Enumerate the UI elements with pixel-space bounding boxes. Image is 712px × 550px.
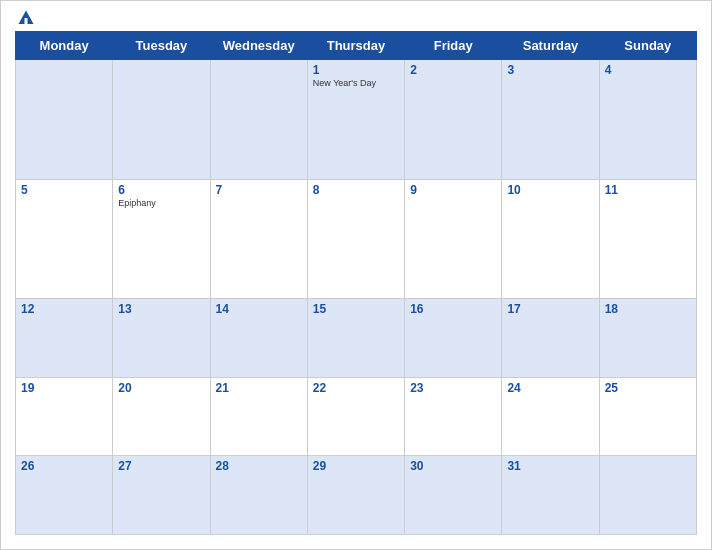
col-saturday: Saturday: [502, 32, 599, 60]
calendar-week-3: 12131415161718: [16, 299, 697, 378]
day-number: 16: [410, 302, 496, 316]
calendar-cell: 26: [16, 456, 113, 535]
calendar-cell: 17: [502, 299, 599, 378]
day-number: 27: [118, 459, 204, 473]
svg-rect-1: [25, 18, 28, 24]
col-monday: Monday: [16, 32, 113, 60]
calendar-cell: 25: [599, 377, 696, 456]
calendar-table: Monday Tuesday Wednesday Thursday Friday…: [15, 31, 697, 535]
calendar-cell: 13: [113, 299, 210, 378]
calendar-cell: 11: [599, 179, 696, 299]
day-number: 22: [313, 381, 399, 395]
calendar-cell: 5: [16, 179, 113, 299]
calendar-cell: [599, 456, 696, 535]
day-number: 20: [118, 381, 204, 395]
day-number: 9: [410, 183, 496, 197]
calendar-cell: 18: [599, 299, 696, 378]
day-number: 28: [216, 459, 302, 473]
calendar-cell: 4: [599, 60, 696, 180]
calendar-cell: 20: [113, 377, 210, 456]
col-wednesday: Wednesday: [210, 32, 307, 60]
calendar-cell: 12: [16, 299, 113, 378]
calendar-cell: 7: [210, 179, 307, 299]
day-number: 8: [313, 183, 399, 197]
day-number: 14: [216, 302, 302, 316]
calendar-week-2: 56Epiphany7891011: [16, 179, 697, 299]
day-number: 12: [21, 302, 107, 316]
calendar-cell: 1New Year's Day: [307, 60, 404, 180]
holiday-name: New Year's Day: [313, 78, 399, 88]
calendar-cell: 19: [16, 377, 113, 456]
header: [1, 1, 711, 31]
calendar-cell: 16: [405, 299, 502, 378]
calendar-cell: 29: [307, 456, 404, 535]
day-number: 23: [410, 381, 496, 395]
calendar-cell: [113, 60, 210, 180]
calendar-cell: 8: [307, 179, 404, 299]
col-sunday: Sunday: [599, 32, 696, 60]
day-number: 3: [507, 63, 593, 77]
day-number: 18: [605, 302, 691, 316]
day-number: 2: [410, 63, 496, 77]
day-number: 31: [507, 459, 593, 473]
day-number: 24: [507, 381, 593, 395]
day-number: 30: [410, 459, 496, 473]
calendar-cell: 24: [502, 377, 599, 456]
calendar-cell: 21: [210, 377, 307, 456]
logo-icon: [17, 9, 35, 27]
calendar-cell: 15: [307, 299, 404, 378]
calendar-week-4: 19202122232425: [16, 377, 697, 456]
day-number: 17: [507, 302, 593, 316]
calendar-cell: 28: [210, 456, 307, 535]
day-number: 29: [313, 459, 399, 473]
day-number: 6: [118, 183, 204, 197]
day-number: 1: [313, 63, 399, 77]
calendar-cell: 30: [405, 456, 502, 535]
calendar-cell: 9: [405, 179, 502, 299]
day-number: 4: [605, 63, 691, 77]
calendar-cell: 22: [307, 377, 404, 456]
calendar-week-5: 262728293031: [16, 456, 697, 535]
logo-area: [15, 9, 115, 27]
day-number: 26: [21, 459, 107, 473]
holiday-name: Epiphany: [118, 198, 204, 208]
col-tuesday: Tuesday: [113, 32, 210, 60]
calendar-cell: 2: [405, 60, 502, 180]
calendar-cell: 10: [502, 179, 599, 299]
day-number: 15: [313, 302, 399, 316]
day-number: 21: [216, 381, 302, 395]
calendar-container: Monday Tuesday Wednesday Thursday Friday…: [1, 31, 711, 549]
calendar-cell: 23: [405, 377, 502, 456]
day-number: 13: [118, 302, 204, 316]
calendar-cell: [16, 60, 113, 180]
calendar-cell: 14: [210, 299, 307, 378]
calendar-page: Monday Tuesday Wednesday Thursday Friday…: [0, 0, 712, 550]
header-row: Monday Tuesday Wednesday Thursday Friday…: [16, 32, 697, 60]
calendar-week-1: 1New Year's Day234: [16, 60, 697, 180]
calendar-cell: 31: [502, 456, 599, 535]
day-number: 11: [605, 183, 691, 197]
calendar-cell: 27: [113, 456, 210, 535]
col-thursday: Thursday: [307, 32, 404, 60]
day-number: 19: [21, 381, 107, 395]
col-friday: Friday: [405, 32, 502, 60]
day-number: 10: [507, 183, 593, 197]
calendar-cell: 6Epiphany: [113, 179, 210, 299]
calendar-cell: [210, 60, 307, 180]
day-number: 5: [21, 183, 107, 197]
day-number: 25: [605, 381, 691, 395]
day-number: 7: [216, 183, 302, 197]
calendar-cell: 3: [502, 60, 599, 180]
logo-text: [15, 9, 39, 27]
